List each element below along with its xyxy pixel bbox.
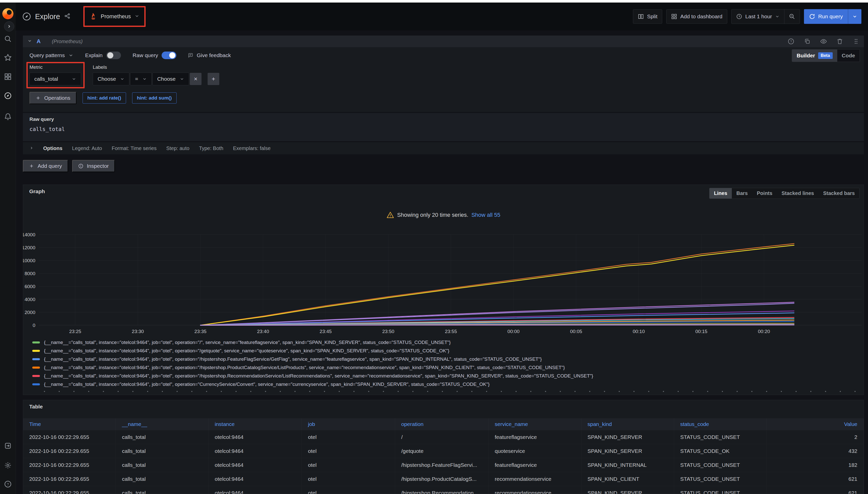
graph-mode-lines[interactable]: Lines bbox=[709, 188, 732, 198]
graph-mode-bars[interactable]: Bars bbox=[732, 188, 752, 198]
help-icon[interactable]: ? bbox=[4, 480, 12, 488]
legend-item[interactable]: {__name__="calls_total", instance="otelc… bbox=[32, 338, 858, 346]
query-row-header[interactable]: A (Prometheus) ? bbox=[23, 36, 864, 47]
metric-select[interactable]: calls_total bbox=[30, 73, 81, 85]
search-icon[interactable] bbox=[4, 35, 12, 43]
query-options-row[interactable]: Options Legend: Auto Format: Time series… bbox=[23, 142, 864, 154]
table-cell: otelcol:9464 bbox=[209, 458, 302, 472]
warning-text: Showing only 20 time series. bbox=[397, 212, 468, 218]
timeseries-chart[interactable]: 23:2523:3023:3523:4023:4523:5023:5500:00… bbox=[23, 232, 864, 337]
column-header-instance[interactable]: instance bbox=[209, 418, 302, 430]
query-help-icon[interactable]: ? bbox=[788, 38, 794, 45]
legend-item[interactable]: {__name__="calls_total", instance="otelc… bbox=[32, 380, 858, 388]
duplicate-query-icon[interactable] bbox=[804, 38, 811, 45]
apps-icon bbox=[671, 14, 677, 20]
sidebar-expand-button[interactable] bbox=[4, 21, 14, 32]
explore-header: Explore bbox=[22, 12, 71, 21]
label-value-select[interactable]: Choose bbox=[152, 73, 189, 85]
query-editor: A (Prometheus) ? Query patterns Explain bbox=[23, 36, 864, 154]
column-header-value[interactable]: Value bbox=[767, 418, 864, 430]
datasource-picker[interactable]: Prometheus bbox=[85, 10, 144, 23]
grafana-logo[interactable] bbox=[2, 8, 14, 19]
add-operations-button[interactable]: Operations bbox=[30, 92, 76, 104]
starred-icon[interactable] bbox=[4, 53, 12, 61]
operations-row: Operations hint: add rate() hint: add su… bbox=[30, 92, 857, 104]
datasource-name: Prometheus bbox=[101, 13, 131, 20]
table-cell: 2022-10-16 00:22:29.655 bbox=[23, 486, 116, 494]
table-cell: 2022-10-16 00:22:29.655 bbox=[23, 472, 116, 486]
metric-label: Metric bbox=[30, 64, 81, 70]
label-operator-value: = bbox=[135, 76, 138, 82]
graph-mode-stacked-lines[interactable]: Stacked lines bbox=[777, 188, 819, 198]
table-cell: featureflagservice bbox=[489, 458, 581, 472]
zoom-out-time-button[interactable] bbox=[784, 10, 800, 24]
give-feedback-link[interactable]: Give feedback bbox=[188, 52, 231, 58]
hide-response-eye-icon[interactable] bbox=[820, 38, 827, 45]
query-datasource-hint: (Prometheus) bbox=[52, 39, 83, 44]
add-to-dashboard-label: Add to dashboard bbox=[680, 14, 722, 20]
legend-item[interactable]: {__name__="calls_total", instance="otelc… bbox=[32, 363, 858, 372]
raw-query-toggle[interactable] bbox=[162, 52, 176, 59]
table-cell: quoteservice bbox=[489, 444, 581, 458]
add-query-button[interactable]: Add query bbox=[23, 160, 68, 172]
svg-text:00:10: 00:10 bbox=[633, 329, 645, 334]
hint-add-rate-button[interactable]: hint: add rate() bbox=[83, 92, 126, 103]
share-icon[interactable] bbox=[64, 13, 71, 20]
hint-add-sum-button[interactable]: hint: add sum() bbox=[132, 92, 177, 103]
prometheus-icon bbox=[89, 13, 97, 20]
table-cell: STATUS_CODE_UNSET bbox=[674, 430, 767, 444]
table-cell: SPAN_KIND_SERVER bbox=[581, 486, 674, 494]
run-query-dropdown[interactable] bbox=[848, 9, 862, 24]
remove-query-trash-icon[interactable] bbox=[836, 38, 843, 45]
table-cell: otel bbox=[302, 458, 395, 472]
chevron-down-icon bbox=[68, 53, 73, 58]
inspector-button[interactable]: Inspector bbox=[72, 160, 115, 172]
graph-mode-stacked-bars[interactable]: Stacked bars bbox=[818, 188, 860, 198]
drag-handle-icon[interactable] bbox=[853, 38, 860, 45]
legend-item[interactable]: {__name__="calls_total", instance="otelc… bbox=[32, 372, 858, 380]
explain-toggle[interactable] bbox=[106, 52, 121, 59]
explore-icon[interactable] bbox=[4, 92, 12, 100]
run-query-button[interactable]: Run query bbox=[804, 9, 848, 24]
add-label-button[interactable]: + bbox=[207, 73, 219, 85]
dashboards-icon[interactable] bbox=[4, 73, 12, 81]
alerting-icon[interactable] bbox=[4, 112, 12, 120]
table-cell: / bbox=[395, 430, 489, 444]
table-cell: 621 bbox=[767, 486, 864, 494]
collapse-query-icon[interactable] bbox=[28, 39, 32, 44]
legend-item[interactable]: {__name__="calls_total", instance="otelc… bbox=[32, 346, 858, 355]
label-operator-select[interactable]: = bbox=[130, 73, 151, 85]
column-header-spankind[interactable]: span_kind bbox=[581, 418, 674, 430]
column-header-statuscode[interactable]: status_code bbox=[674, 418, 767, 430]
legend-item[interactable]: {__name__="calls_total", instance="otelc… bbox=[32, 355, 858, 363]
query-patterns-dropdown[interactable]: Query patterns bbox=[30, 52, 73, 58]
table-cell: STATUS_CODE_UNSET bbox=[674, 486, 767, 494]
svg-text:23:40: 23:40 bbox=[257, 329, 269, 334]
table-cell: calls_total bbox=[116, 430, 209, 444]
column-header-servicename[interactable]: service_name bbox=[489, 418, 581, 430]
graph-mode-tabs: LinesBarsPointsStacked linesStacked bars bbox=[709, 188, 860, 199]
graph-mode-points[interactable]: Points bbox=[753, 188, 777, 198]
table-cell: calls_total bbox=[116, 486, 209, 494]
column-header-name[interactable]: __name__ bbox=[116, 418, 209, 430]
remove-label-button[interactable]: × bbox=[190, 73, 201, 85]
table-cell: 2022-10-16 00:22:29.655 bbox=[23, 458, 116, 472]
chevron-down-icon bbox=[180, 77, 184, 81]
split-button[interactable]: Split bbox=[633, 10, 662, 24]
sign-in-icon[interactable] bbox=[4, 442, 12, 450]
options-format: Format: Time series bbox=[111, 146, 157, 151]
tab-code[interactable]: Code bbox=[837, 50, 860, 62]
svg-text:?: ? bbox=[7, 482, 9, 487]
tab-builder[interactable]: Builder Beta bbox=[792, 50, 837, 62]
top-navbar: Explore Prometheus Split bbox=[16, 2, 868, 31]
column-header-time[interactable]: Time bbox=[23, 418, 116, 430]
show-all-series-link[interactable]: Show all 55 bbox=[471, 212, 500, 218]
settings-gear-icon[interactable] bbox=[4, 461, 12, 469]
column-header-operation[interactable]: operation bbox=[395, 418, 489, 430]
time-range-button[interactable]: Last 1 hour bbox=[731, 10, 784, 24]
add-to-dashboard-button[interactable]: Add to dashboard bbox=[666, 10, 727, 24]
label-key-select[interactable]: Choose bbox=[93, 73, 129, 85]
table-cell: 621 bbox=[767, 472, 864, 486]
column-header-job[interactable]: job bbox=[302, 418, 395, 430]
svg-text:23:30: 23:30 bbox=[132, 329, 144, 334]
